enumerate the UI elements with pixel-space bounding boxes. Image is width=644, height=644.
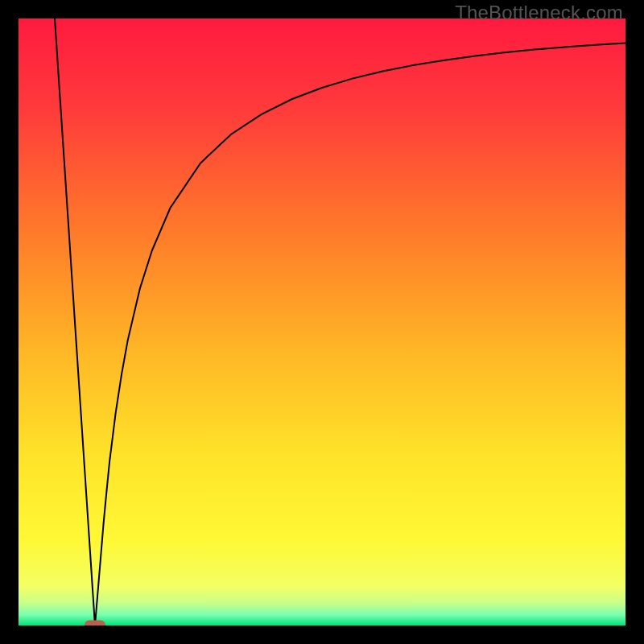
chart-frame: [19, 19, 625, 625]
bottleneck-chart: [19, 19, 625, 625]
chart-background: [19, 19, 625, 625]
watermark-text: TheBottleneck.com: [455, 2, 623, 24]
optimal-marker: [85, 621, 105, 626]
